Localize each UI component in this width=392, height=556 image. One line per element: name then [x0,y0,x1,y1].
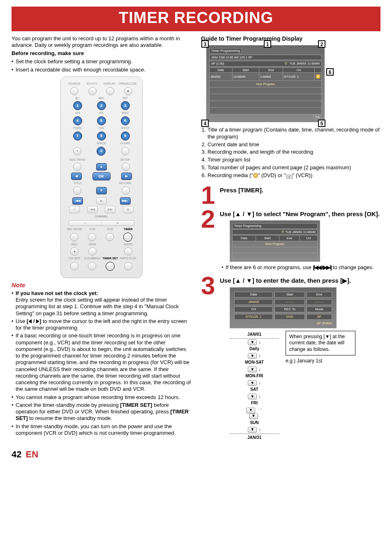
stop-button: ■ [123,206,134,213]
ch-up: + [101,221,134,226]
disc-icon [316,74,321,79]
setup-button [122,163,130,171]
dtv-button [88,87,97,95]
btn-label: D.DUBBING [83,257,101,261]
audio-button [124,247,132,256]
timer-button [123,233,132,242]
step-1: 1 Press [TIMER]. [201,185,380,205]
remote-label: SOURCE [66,82,83,86]
right-button: ▶ [121,173,132,180]
flow-item: MON-SAT [230,360,279,365]
btn-label: AUDIO [119,243,137,247]
note-text: Entry screen for the clock setting will … [16,297,179,316]
vcr-button [88,233,96,241]
page-lang: EN [25,449,38,460]
osd-table: Date Start End CH JAN/02 12:00AM 1:00AM … [209,67,322,115]
legend-item: Total number of pages and current page (… [208,164,380,171]
dvd-button [106,233,114,241]
step1-head: Press [TIMER]. [220,187,380,194]
btn-label: RAPID PLAY [119,257,137,261]
key-7: 7 [73,132,82,141]
flow-item: SUN [230,420,279,426]
key-3: 3 [121,101,130,110]
osd-page: 1/1 [314,115,322,119]
key-label: GHI [66,111,90,115]
before-item: Set the clock before setting a timer pro… [12,58,191,65]
step-number: 2 [201,209,217,272]
step2-note: If there are 6 or more programs, use [I◀… [221,264,380,271]
flow-example: e.g.) January 1st [286,358,355,364]
legend-item: Recording mode, and length of the record… [208,149,380,156]
eject-button: ▲ [124,87,132,95]
remote-illustration: SOURCE DTV/TV DISPLAY OPEN/CLOSE ▲ @/:AB… [60,76,143,278]
down-icon: ▼ [248,339,257,345]
key-label: @/: [66,97,90,100]
flow-first: JAN/01 [230,332,279,337]
osd-mode: SP (1:00) [211,62,224,65]
down-icon: ▼ [246,408,255,413]
up-button: ▲ [96,163,107,171]
key-label: SPACE [90,142,113,145]
osd-display: 3 1 2 4 5 6 Timer Programming JAN/ 2/08 … [206,45,325,122]
skip-next-button: ▶▶| [120,197,131,205]
flow-last: JAN/31 [230,435,279,441]
remote-label: DISPLAY [101,82,118,86]
intro-text: You can program the unit to record up to… [12,35,191,49]
pause-button: II [69,206,80,213]
tape-icon: ▭ [286,175,293,179]
key-6: 6 [121,116,130,125]
date-flow: JAN/01 ▼↓ Daily ▼↓ MON-SAT ▼↓ MON-FRI ▼↓… [230,331,380,442]
legend-list: Title of a timer program (Contains date,… [201,127,380,179]
legend-item: Current date and time [208,141,380,148]
key-2: 2 [97,101,106,110]
step-2: 2 Use [▲ / ▼] to select "New Program", t… [201,209,380,272]
title-label: TITLE [66,182,90,185]
key-0: 0 [97,147,106,156]
step-3: 3 Use [▲ / ▼] to enter the date, then pr… [201,275,380,441]
btn-label: HDMI [83,243,101,247]
return-button [122,187,130,195]
new-program-row: New Program [210,81,322,87]
rapidplay-button [124,262,132,270]
right-column: Guide to Timer Programming Display 3 1 2… [201,35,380,445]
page-footer: 42 EN [12,449,380,460]
callout-2: 2 [318,40,325,48]
flow-item: MON-FRI [230,374,279,379]
note-heading: Note [12,281,191,289]
page-number: 42 [12,449,21,460]
legend-item: Recording media ("" (DVD) or "▭" (VCR)) [208,172,380,179]
discmenu-label: DISC MENU [66,158,90,162]
before-heading: Before recording, make sure [12,50,191,57]
callout-6: 6 [326,68,334,76]
source-button [70,87,78,95]
left-column: You can program the unit to record up to… [12,35,191,445]
remote-label: OPEN/CLOSE [118,82,137,86]
skip-prev-button: |◀◀ [72,197,83,205]
step-number: 1 [201,185,217,205]
osd-title: Timer Programming [209,48,242,54]
cmskip-button [70,262,78,270]
ff-button: ▶▶ [105,206,115,213]
key-8: 8 [97,132,106,141]
callout-4: 4 [201,120,209,127]
step2-head: Use [▲ / ▼] to select "New Program", the… [220,210,380,218]
dubbing-button [88,262,96,270]
channel-bar: − + [69,220,134,226]
key-label: CLEAR [113,142,137,145]
rec-button: ● [70,247,78,256]
btn-label: TIMER SET [101,257,120,261]
key-label: TUV [90,127,113,130]
note-bold: If you have not set the clock yet: [16,290,98,296]
key-clear [121,147,129,155]
key-label: ABC [90,97,113,100]
flow-item: SAT [230,387,279,392]
callout-5: 5 [318,120,325,127]
discmenu-button [73,163,81,171]
down-icon: ▼ [248,380,257,386]
ok-button: OK [92,172,111,180]
down-icon: ▼ [248,353,257,359]
remote-label: DTV/TV [83,82,101,86]
title-banner: TIMER RECORDING [12,7,380,31]
page-title: TIMER RECORDING [12,7,380,30]
osd-now: TUE JAN/01 11:00AM [289,62,320,65]
